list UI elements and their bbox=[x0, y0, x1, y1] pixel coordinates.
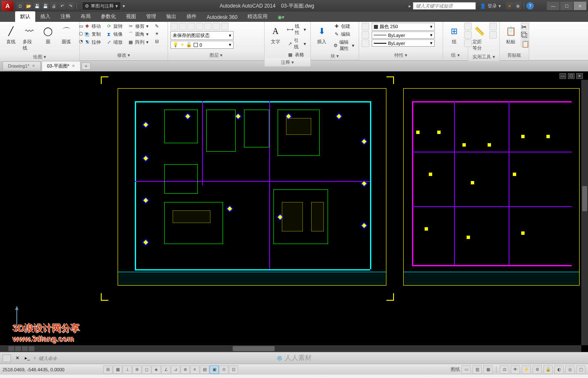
layer-props-button[interactable] bbox=[171, 23, 178, 30]
stretch-button[interactable]: ⇲拉伸 bbox=[82, 39, 102, 46]
saveas-icon[interactable]: 💾 bbox=[42, 2, 49, 10]
quickview-layouts-button[interactable]: ▥ bbox=[472, 365, 482, 374]
workspace-switch-button[interactable]: ⚙ bbox=[533, 365, 542, 374]
layer-state-dropdown[interactable]: 未保存的图层状态▾ bbox=[171, 31, 234, 40]
new-icon[interactable]: 🗋 bbox=[16, 2, 24, 10]
panel-label[interactable]: 组 ▾ bbox=[443, 51, 468, 59]
array-button[interactable]: ▦阵列▾ bbox=[126, 39, 150, 46]
leader-button[interactable]: ↗引线▾ bbox=[286, 37, 308, 50]
close-cmd-icon[interactable]: ✕ bbox=[13, 354, 21, 362]
copy-clip-button[interactable]: ⿻ bbox=[521, 31, 528, 39]
panel-label[interactable]: 注释 ▾ bbox=[265, 58, 310, 66]
vertical-scrollbar[interactable] bbox=[581, 80, 588, 345]
command-input[interactable] bbox=[39, 356, 207, 361]
tab-parametric[interactable]: 参数化 bbox=[96, 11, 121, 22]
layer-freeze-button[interactable] bbox=[187, 23, 195, 30]
save-icon[interactable]: 💾 bbox=[33, 2, 41, 10]
line-button[interactable]: ╱直线 bbox=[3, 23, 19, 47]
util-tool1-button[interactable] bbox=[489, 23, 497, 30]
edit-block-button[interactable]: ✎编辑 bbox=[332, 31, 356, 38]
isolate-objects-button[interactable]: ◎ bbox=[565, 365, 575, 374]
panel-label[interactable]: 修改 ▾ bbox=[80, 51, 168, 59]
close-tab-icon[interactable]: ✕ bbox=[32, 64, 35, 68]
linetype-dropdown[interactable]: ByLayer▾ bbox=[372, 32, 435, 39]
app-logo[interactable]: A bbox=[2, 1, 13, 11]
paper-label[interactable]: 图纸 bbox=[451, 366, 460, 373]
vp-close-button[interactable]: ✕ bbox=[576, 73, 583, 79]
tab-annotate[interactable]: 注释 bbox=[55, 11, 76, 22]
panel-label[interactable]: 剪贴板 bbox=[500, 51, 529, 59]
layer-lock-button[interactable] bbox=[196, 23, 203, 30]
prop-tool2-button[interactable] bbox=[362, 31, 369, 39]
panel-label[interactable]: 块 ▾ bbox=[311, 52, 359, 60]
vp-maximize-button[interactable]: ☐ bbox=[568, 73, 575, 79]
annoscale-button[interactable]: ⚖ bbox=[500, 365, 509, 374]
am-toggle[interactable]: ⊡ bbox=[229, 365, 238, 374]
arc-button[interactable]: ⌒圆弧 bbox=[58, 23, 75, 47]
scale-button[interactable]: ⤢缩放 bbox=[104, 39, 124, 46]
toolbar-lock-button[interactable]: 🔒 bbox=[543, 365, 553, 374]
ducs-toggle[interactable]: ⊿ bbox=[171, 365, 180, 374]
erase-button[interactable]: ✎ bbox=[152, 23, 161, 29]
fillet-button[interactable]: ⌒圆角▾ bbox=[126, 31, 150, 38]
login-area[interactable]: 👤 登录 ▾ bbox=[480, 3, 501, 9]
doc-tab[interactable]: Drawing1*✕ bbox=[3, 61, 41, 71]
polar-toggle[interactable]: ⊕ bbox=[132, 365, 142, 374]
quickview-drawings-button[interactable]: ▦ bbox=[483, 365, 493, 374]
model-tab-nav[interactable] bbox=[8, 346, 14, 351]
transparency-toggle[interactable]: ▤ bbox=[200, 365, 209, 374]
tab-insert[interactable]: 插入 bbox=[35, 11, 55, 22]
edit-attr-button[interactable]: ⚙编辑属性▾ bbox=[332, 39, 356, 52]
panel-label[interactable]: 图层 ▾ bbox=[168, 51, 264, 59]
plot-icon[interactable]: 🖨 bbox=[50, 2, 58, 10]
insert-block-button[interactable]: ⬇插入 bbox=[313, 23, 330, 47]
util-tool2-button[interactable] bbox=[489, 31, 497, 39]
doc-tab[interactable]: 03-平面图*✕ bbox=[42, 61, 81, 71]
text-button[interactable]: A文字 bbox=[267, 23, 284, 47]
dim-linear-button[interactable]: ⟷线性▾ bbox=[286, 23, 308, 36]
tab-default[interactable]: 默认 bbox=[15, 11, 35, 22]
model-tab-nav[interactable] bbox=[29, 346, 34, 351]
layer-isolate-button[interactable] bbox=[204, 23, 212, 30]
table-button[interactable]: ▦表格 bbox=[286, 51, 308, 58]
help-icon[interactable]: ? bbox=[526, 2, 534, 10]
polyline-button[interactable]: 〰多段线 bbox=[21, 23, 38, 53]
move-button[interactable]: ✥移动 bbox=[82, 23, 102, 30]
close-button[interactable]: ✕ bbox=[574, 2, 586, 10]
color-dropdown[interactable]: 颜色 250▾ bbox=[372, 23, 435, 31]
tab-bullet[interactable]: ◉▾ bbox=[273, 13, 289, 22]
tab-output[interactable]: 输出 bbox=[161, 11, 181, 22]
lwt-toggle[interactable]: ≡ bbox=[190, 365, 200, 374]
layer-off-button[interactable] bbox=[179, 23, 186, 30]
paste-button[interactable]: 📋粘贴 bbox=[502, 23, 519, 47]
paste-special-button[interactable]: 📋 bbox=[521, 39, 528, 47]
group-button[interactable]: ⊞组 bbox=[446, 23, 462, 47]
osnap-toggle[interactable]: ◻ bbox=[142, 365, 151, 374]
hardware-accel-button[interactable]: ◐ bbox=[554, 365, 564, 374]
panel-label[interactable]: 绘图 ▾ bbox=[0, 53, 79, 61]
cut-button[interactable]: ✂ bbox=[521, 23, 528, 30]
rotate-button[interactable]: ⟳旋转 bbox=[104, 23, 124, 30]
annoauto-button[interactable]: ⚡ bbox=[522, 365, 531, 374]
lineweight-dropdown[interactable]: ByLayer▾ bbox=[372, 39, 435, 47]
minimize-button[interactable]: — bbox=[547, 2, 559, 10]
match-props-button[interactable] bbox=[362, 23, 369, 30]
sc-toggle[interactable]: ⊙ bbox=[219, 365, 228, 374]
dyn-toggle[interactable]: ⊕ bbox=[181, 365, 190, 374]
tab-view[interactable]: 视图 bbox=[121, 11, 141, 22]
model-tab-nav[interactable] bbox=[15, 346, 21, 351]
open-icon[interactable]: 📂 bbox=[25, 2, 32, 10]
offset-button[interactable]: ⊟ bbox=[152, 38, 161, 45]
layer-current-dropdown[interactable]: 💡 ☀ 🔓 0 ▾ bbox=[171, 41, 234, 49]
panel-label[interactable]: 特性 ▾ bbox=[359, 51, 443, 59]
mirror-button[interactable]: ⧗镜像 bbox=[104, 31, 124, 38]
circle-button[interactable]: ◯圆 bbox=[39, 23, 56, 47]
osnap3d-toggle[interactable]: ◈ bbox=[152, 365, 161, 374]
redo-icon[interactable]: ↷ bbox=[67, 2, 74, 10]
drawing-canvas[interactable]: — ☐ ✕ bbox=[0, 71, 588, 352]
cmdbar-handle[interactable] bbox=[3, 354, 11, 362]
new-doc-button[interactable]: + bbox=[81, 62, 91, 70]
clean-screen-button[interactable]: ▢ bbox=[576, 365, 585, 374]
layer-prev-button[interactable] bbox=[221, 23, 228, 30]
stay-connected-icon[interactable]: ⊕ bbox=[514, 2, 522, 10]
